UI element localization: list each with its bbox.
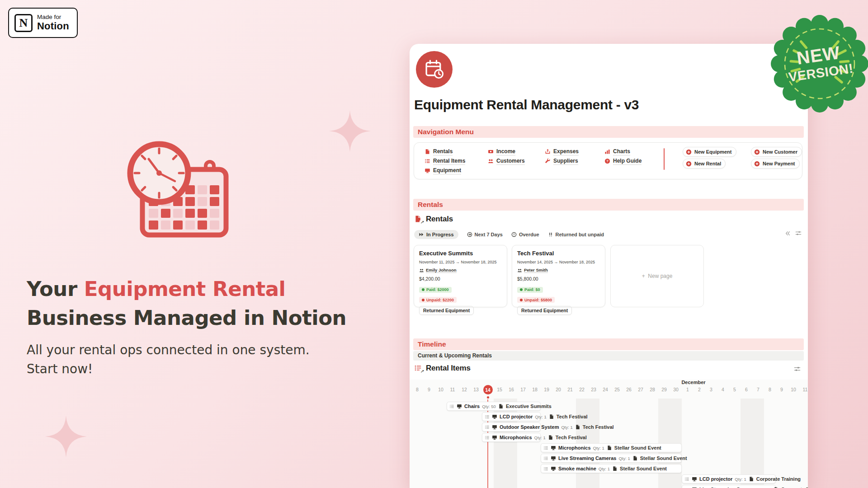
new-customer-button[interactable]: New Customer [751, 147, 802, 157]
bar-item-name: Live Streaming Cameras [558, 455, 616, 461]
nav-item-expenses[interactable]: Expenses [545, 147, 579, 156]
timeline-bar-outdoor-speaker-system[interactable]: Outdoor Speaker SystemQty: 1Tech Festiva… [482, 422, 617, 432]
timeline-bar-microphonics[interactable]: MicrophonicsQty: 1Stellar Sound Event [541, 443, 664, 452]
day-label: 22 [576, 387, 588, 392]
new-payment-button[interactable]: New Payment [751, 159, 800, 169]
timeline-settings[interactable] [794, 366, 801, 372]
notion-logo-icon: N [14, 14, 33, 32]
new-page-label: + New page [642, 273, 673, 279]
bar-qty: Qty: 1 [618, 456, 630, 461]
day-label: 24 [599, 387, 611, 392]
rental-card-tech-festival[interactable]: Tech FestivalNovember 14, 2025 → Novembe… [512, 245, 605, 307]
day-label: 16 [505, 387, 517, 392]
new-version-sticker: NEW VERSION! [769, 12, 868, 116]
bar-event-name: Stellar Sound Event [640, 455, 687, 461]
timeline-bar-chairs[interactable]: ChairsQty: 50Executive Summits [447, 402, 554, 411]
day-label: 18 [529, 387, 541, 392]
timeline-bar-microphonics[interactable]: MicrophonicsQty: 1Tech Festival [482, 433, 590, 442]
new-rental-button[interactable]: New Rental [683, 159, 726, 169]
returned-equipment-button[interactable]: Returned Equipment [419, 306, 474, 315]
nav-item-rentals[interactable]: Rentals [425, 147, 465, 156]
timeline-bar-live-streaming-cameras[interactable]: Live Streaming CamerasQty: 1Corporate Tr… [682, 485, 808, 488]
unpaid-badge: Unpaid: $2200 [419, 297, 457, 303]
plus-circle-icon [686, 161, 692, 167]
clock-calendar-illustration [120, 136, 233, 242]
drag-list-icon [485, 414, 490, 419]
day-label: 12 [458, 387, 470, 392]
calendar-clock-icon [416, 51, 453, 88]
equipment-icon [457, 404, 462, 409]
alertCircle-icon [511, 232, 517, 237]
nav-item-suppliers[interactable]: Suppliers [545, 156, 579, 166]
drag-list-icon [449, 404, 454, 409]
nav-item-income[interactable]: Income [488, 147, 525, 156]
card-dates: November 14, 2025 → November 18, 2025 [517, 260, 600, 264]
event-page-icon [632, 455, 638, 461]
timeline-bar-live-streaming-cameras[interactable]: Live Streaming CamerasQty: 1Stellar Soun… [541, 454, 690, 463]
returned-equipment-button[interactable]: Returned Equipment [517, 306, 572, 315]
rental-card-executive-summits[interactable]: Executive SummitsNovember 11, 2025 → Nov… [414, 245, 507, 307]
bar-item-name: Microphonics [500, 435, 532, 440]
new-equipment-button[interactable]: New Equipment [683, 147, 736, 157]
day-label: 8 [411, 387, 423, 392]
drag-list-icon [684, 477, 689, 482]
plus-circle-icon [686, 149, 692, 155]
page-icon [425, 149, 430, 155]
upload-icon [545, 149, 551, 155]
svg-text:?: ? [606, 159, 609, 163]
tune-icon [795, 230, 802, 236]
day-label: 26 [623, 387, 635, 392]
tab-next-7-days[interactable]: Next 7 Days [467, 232, 503, 237]
day-label: 1 [682, 387, 693, 392]
hero-title: Your Equipment Rental Business Managed i… [27, 275, 370, 333]
day-label: 23 [588, 387, 599, 392]
nav-item-help-guide[interactable]: ?Help Guide [604, 156, 642, 166]
timeline-bar-lcd-projector[interactable]: LCD projectorQty: 1Tech Festival [482, 412, 590, 421]
nav-item-customers[interactable]: Customers [488, 156, 525, 166]
card-customer[interactable]: Peter Smith [517, 267, 600, 273]
navigation-menu-box: RentalsRental ItemsEquipmentIncomeCustom… [414, 142, 802, 179]
monitor-icon [425, 168, 430, 174]
nav-column: IncomeCustomers [488, 147, 525, 166]
timeline-bar-smoke-machine[interactable]: Smoke machineQty: 1Stellar Sound Event [541, 464, 670, 473]
hero-title-accent: Equipment Rental [84, 277, 286, 301]
new-page-card[interactable]: + New page [610, 245, 704, 307]
bar-item-name: Smoke machine [558, 466, 596, 471]
people-icon [419, 268, 424, 273]
view-settings-icon[interactable] [795, 230, 802, 236]
day-label: 8 [764, 387, 776, 392]
rental-items-db-title[interactable]: ↗ Rental Items [414, 364, 471, 373]
day-label: 25 [611, 387, 623, 392]
people-icon [488, 158, 494, 164]
tab-returned-but-unpaid[interactable]: Returned but unpaid [548, 232, 604, 237]
list-icon [425, 158, 430, 164]
bar-qty: Qty: 1 [535, 414, 546, 419]
day-label: 11 [447, 387, 458, 392]
timeline-banner: Timeline [413, 338, 804, 350]
nav-item-rental-items[interactable]: Rental Items [425, 156, 465, 166]
card-customer[interactable]: Emily Johnson [419, 267, 502, 273]
card-dates: November 11, 2025 → November 18, 2025 [419, 260, 502, 264]
tab-overdue[interactable]: Overdue [511, 232, 539, 237]
bar-qty: Qty: 1 [599, 466, 610, 471]
wrench-icon [545, 158, 551, 164]
hero-copy: Your Equipment Rental Business Managed i… [27, 275, 370, 379]
day-label: 2 [693, 387, 705, 392]
equipment-icon [492, 424, 497, 430]
current-upcoming-toggle[interactable]: Current & Upcoming Rentals [413, 351, 804, 361]
today-dot [487, 396, 489, 399]
plus-circle-icon [754, 161, 760, 167]
rentals-db-title[interactable]: ↗ Rentals [414, 215, 453, 224]
drag-list-icon [485, 425, 490, 430]
drag-list-icon [543, 456, 548, 461]
nav-item-equipment[interactable]: Equipment [425, 166, 465, 175]
day-label: 21 [564, 387, 576, 392]
bar-event-name: Executive Summits [506, 404, 552, 409]
nav-item-charts[interactable]: Charts [604, 147, 642, 156]
ff-icon [419, 232, 424, 237]
timeline-bar-lcd-projector[interactable]: LCD projectorQty: 1Corporate Training [682, 474, 803, 483]
tab-in-progress[interactable]: In Progress [414, 230, 458, 239]
collapse-icon[interactable] [785, 230, 791, 236]
badge-line1: Made for [37, 14, 69, 21]
day-label: 30 [670, 387, 682, 392]
